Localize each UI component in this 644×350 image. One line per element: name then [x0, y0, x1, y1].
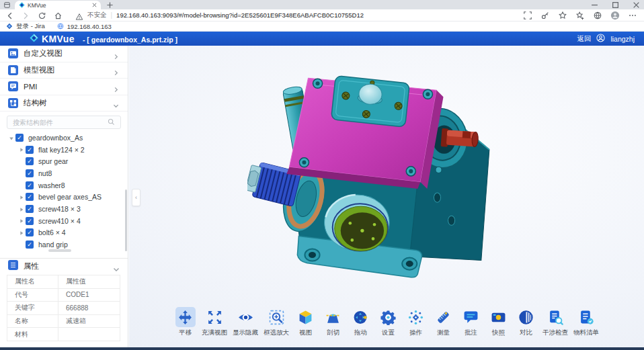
checkbox[interactable]: ✓ [15, 134, 24, 142]
tree-item[interactable]: ✓bevel gear axes_AS [0, 191, 128, 203]
tool-operate[interactable]: 操作 [405, 307, 427, 337]
chevron-right-icon [113, 83, 120, 90]
sidebar-section[interactable]: 自定义视图 [0, 46, 128, 62]
compare-icon [516, 307, 536, 327]
tree-item[interactable]: ✓nut8 [0, 167, 128, 179]
bookmark-item[interactable]: 192.168.40.163 [57, 23, 112, 30]
home-icon[interactable] [54, 11, 63, 19]
bookmarks-bar: 登录 - Jira192.168.40.163 [0, 21, 644, 32]
address-bar-actions [523, 11, 637, 20]
tool-fit-view[interactable]: 充满视图 [202, 307, 227, 337]
favorite-star-icon[interactable] [558, 11, 567, 20]
tool-show-hide[interactable]: 显示隐藏 [233, 307, 258, 337]
tool-drag[interactable]: 拖动 [350, 307, 372, 337]
tool-measure[interactable]: 测量 [432, 307, 454, 337]
refresh-icon[interactable] [38, 11, 46, 19]
sidebar-section[interactable]: 模型视图 [0, 62, 128, 79]
collections-icon[interactable] [575, 11, 585, 20]
tool-label: 充满视图 [202, 329, 227, 337]
new-tab-icon[interactable] [106, 1, 114, 9]
sidebar-collapse-icon[interactable]: ‹ [132, 189, 140, 206]
checkbox[interactable]: ✓ [26, 146, 34, 154]
search-box[interactable] [7, 116, 121, 129]
properties-table: 属性名属性值代号CODE1关键字666888名称减速箱材料 [7, 275, 120, 341]
caret-icon[interactable] [17, 144, 26, 156]
bookmark-item[interactable]: 登录 - Jira [6, 22, 45, 31]
horizontal-scrollbar[interactable] [0, 249, 128, 252]
drag-icon [351, 307, 371, 327]
profile-avatar-icon[interactable] [610, 11, 620, 20]
back-link[interactable]: 返回 [577, 34, 591, 44]
tool-interference[interactable]: 干涉检查 [542, 307, 568, 337]
property-value: 666888 [58, 302, 120, 315]
tool-label: 干涉检查 [542, 329, 568, 337]
model-3d-gearbox[interactable] [247, 60, 504, 310]
tree-item[interactable]: ✓screw418 × 3 [0, 203, 128, 215]
viewport-3d[interactable]: ‹ [129, 46, 644, 347]
property-name: 材料 [7, 328, 58, 341]
tab-close-icon[interactable] [92, 3, 97, 7]
tool-settings[interactable]: 设置 [377, 307, 399, 337]
checkbox[interactable]: ✓ [26, 181, 34, 189]
checkbox[interactable]: ✓ [26, 217, 34, 225]
url-text: 192.168.40.163:9093/#/model-browsing?id=… [116, 11, 364, 19]
tree-item[interactable]: ✓spur gear [0, 155, 128, 167]
settings-icon [378, 307, 399, 327]
fullscreen-icon[interactable] [523, 11, 532, 20]
search-input[interactable] [13, 119, 108, 126]
property-name: 代号 [7, 288, 58, 302]
tab-list-icon[interactable] [3, 1, 11, 9]
interference-icon [545, 307, 565, 327]
property-row: 材料 [7, 328, 120, 341]
browser-tab[interactable]: KMVue [15, 1, 101, 9]
vertical-scrollbar[interactable] [125, 189, 127, 251]
browser-essentials-icon[interactable] [593, 11, 602, 20]
tool-section[interactable]: 剖切 [322, 307, 344, 337]
caret-icon[interactable] [17, 191, 26, 203]
password-key-icon[interactable] [540, 11, 550, 20]
tool-label: 平移 [179, 329, 192, 337]
tool-annotate[interactable]: 批注 [460, 307, 482, 337]
snapshot-icon [489, 307, 509, 327]
show-hide-icon [235, 307, 255, 327]
tool-label: 设置 [382, 329, 395, 337]
minimize-button[interactable] [591, 1, 598, 9]
caret-icon[interactable] [7, 132, 15, 144]
tool-snapshot[interactable]: 快照 [487, 307, 510, 337]
url-field[interactable]: 不安全 | 192.168.40.163:9093/#/model-browsi… [75, 11, 516, 19]
tree-item[interactable]: ✓screw410 × 4 [0, 215, 128, 227]
caret-icon[interactable] [17, 215, 26, 227]
sidebar-section[interactable]: PMI [0, 79, 128, 95]
sidebar-section[interactable]: 结构树 [0, 95, 128, 112]
maximize-button[interactable] [612, 1, 619, 9]
back-icon[interactable] [5, 11, 14, 19]
tool-label: 显示隐藏 [233, 329, 258, 337]
tool-label: 视图 [299, 329, 312, 337]
tool-views[interactable]: 视图 [294, 307, 317, 337]
properties-header[interactable]: 属性 [0, 259, 128, 274]
tool-box-zoom[interactable]: 框选放大 [264, 307, 289, 337]
property-value: 减速箱 [58, 314, 120, 328]
sidebar: 自定义视图模型视图PMI结构树 ✓geardownbox_As✓flat key… [0, 46, 128, 347]
username[interactable]: liangzhj [610, 35, 635, 43]
checkbox[interactable]: ✓ [26, 228, 34, 236]
tool-compare[interactable]: 对比 [515, 307, 537, 337]
section-label: 模型视图 [24, 65, 113, 75]
caret-icon[interactable] [17, 226, 26, 238]
caret-icon[interactable] [17, 203, 26, 215]
tree-item[interactable]: ✓washer8 [0, 179, 128, 191]
close-button[interactable] [633, 1, 640, 9]
tree-item[interactable]: ✓geardownbox_As [0, 132, 128, 144]
user-avatar-icon[interactable] [596, 33, 605, 45]
checkbox[interactable]: ✓ [26, 157, 34, 165]
tree-item[interactable]: ✓bolt6 × 4 [0, 227, 128, 239]
checkbox[interactable]: ✓ [26, 169, 34, 177]
menu-dots-icon[interactable] [628, 11, 637, 20]
tool-bom[interactable]: 物料清单 [573, 307, 599, 337]
forward-icon[interactable] [22, 11, 30, 19]
tool-pan[interactable]: 平移 [174, 307, 196, 337]
checkbox[interactable]: ✓ [26, 193, 34, 201]
tree-item[interactable]: ✓flat key124 × 2 [0, 144, 128, 156]
checkbox[interactable]: ✓ [26, 205, 34, 213]
checkbox[interactable]: ✓ [26, 240, 34, 249]
